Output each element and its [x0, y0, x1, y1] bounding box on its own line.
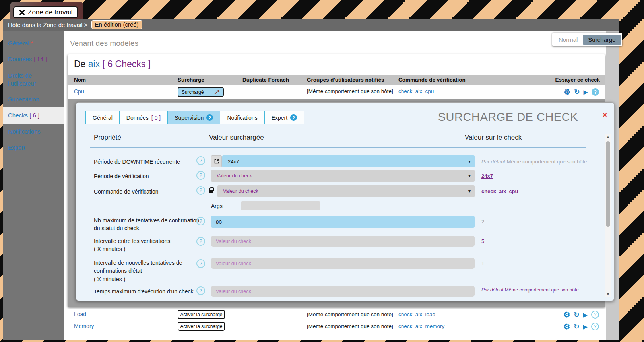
help-icon[interactable]: ?: [196, 156, 205, 165]
count-badge: 2: [290, 114, 297, 121]
close-icon[interactable]: ×: [603, 111, 607, 119]
table-row-memory: Memory Activer la surcharge [Même compor…: [68, 321, 605, 332]
brush-icon: [214, 89, 220, 95]
help-icon[interactable]: ?: [196, 217, 205, 225]
lock-icon: [209, 190, 213, 193]
notified-groups-value: [Même comportement que son hôte]: [307, 88, 393, 94]
col-header-duplicate-foreach: Duplicate Foreach: [242, 75, 289, 85]
gear-icon[interactable]: ⚙: [563, 311, 570, 319]
command-link-cpu[interactable]: check_aix_cpu: [398, 88, 434, 94]
help-icon[interactable]: ?: [591, 323, 599, 330]
retry-interval-input[interactable]: [211, 258, 475, 269]
toggle-surcharge[interactable]: Surcharge: [583, 35, 621, 45]
form-col-check-value: Valeur sur le check: [465, 134, 522, 142]
count-badge: 2: [206, 114, 213, 121]
tab-donnees[interactable]: Données[ 0 ]: [119, 111, 168, 124]
tab-expert[interactable]: Expert2: [264, 111, 304, 124]
sidebar-item-supervision[interactable]: Supervision: [3, 91, 64, 107]
play-icon[interactable]: ▶: [583, 89, 588, 95]
interval-input[interactable]: [211, 236, 475, 247]
panel-title: SURCHARGE DE CHECK: [438, 111, 578, 124]
form-col-overridden: Valeur surchargée: [209, 134, 264, 142]
tab-supervision[interactable]: Supervision2: [167, 111, 220, 124]
run-sync-icon[interactable]: ↻: [574, 89, 580, 95]
label-interval: Intervalle entre les vérifications ( X m…: [94, 237, 206, 253]
scroll-down-icon[interactable]: ▼: [605, 292, 611, 296]
check-link-load[interactable]: Load: [74, 311, 86, 317]
required-asterisk: *: [31, 40, 33, 47]
check-value-max-exec: Par défaut Même comportement que son hôt…: [481, 287, 579, 293]
gear-icon[interactable]: ⚙: [563, 323, 570, 330]
check-link-cpu[interactable]: Cpu: [74, 88, 84, 95]
help-icon[interactable]: ?: [196, 237, 205, 246]
downtime-select[interactable]: 24x7 ▾: [222, 155, 475, 167]
checks-count: [ 6 Checks ]: [103, 59, 151, 69]
help-icon[interactable]: ?: [196, 286, 205, 295]
max-attempts-input[interactable]: [211, 216, 475, 228]
sidebar: Général * Données [ 14 ] Droits de l'uti…: [3, 31, 64, 340]
breadcrumb-bar: Hôte dans la Zone de travail > En éditio…: [3, 19, 619, 31]
scrollbar-thumb[interactable]: [606, 141, 610, 227]
check-value-period-link[interactable]: 24x7: [481, 173, 493, 179]
col-header-surcharge: Surcharge: [178, 75, 204, 85]
help-icon[interactable]: ?: [591, 311, 599, 319]
command-select[interactable]: Valeur du check ▾: [217, 185, 475, 197]
period-select[interactable]: Valeur du check ▾: [211, 170, 475, 182]
check-value-retry-interval: 1: [481, 260, 484, 266]
caret-down-icon: ▾: [468, 188, 471, 194]
panel-scrollbar[interactable]: ▲ ▼: [605, 134, 611, 297]
activer-surcharge-button-memory[interactable]: Activer la surcharge: [178, 322, 225, 331]
args-input[interactable]: [241, 201, 320, 210]
col-header-groupes: Groupes d'utilisateurs notifiés: [307, 75, 384, 85]
tab-general[interactable]: Général: [85, 111, 120, 124]
sidebar-item-general[interactable]: Général *: [3, 35, 64, 51]
label-max-exec: Temps maximum d'exécution d'un check: [94, 288, 206, 295]
workspace-tab[interactable]: Zone de travail: [13, 6, 78, 18]
row-actions-memory: ⚙ ↻ ▶ ?: [563, 323, 599, 330]
run-sync-icon[interactable]: ↻: [574, 323, 579, 330]
label-command: Commande de vérification: [94, 188, 206, 196]
surcharge-panel: Général Données[ 0 ] Supervision2 Notifi…: [76, 102, 615, 301]
label-args: Args: [211, 203, 223, 209]
surcharge-toggle-button[interactable]: Surchargé: [178, 87, 224, 97]
play-icon[interactable]: ▶: [583, 324, 588, 330]
check-value-command-link[interactable]: check_aix_cpu: [481, 188, 518, 194]
caret-down-icon: ▾: [468, 173, 471, 179]
run-sync-icon[interactable]: ↻: [574, 311, 579, 318]
label-max-attempts: Nb maximum de tentatives de confirmation…: [94, 216, 206, 233]
table-header-row: Nom Surcharge Duplicate Foreach Groupes …: [68, 75, 605, 85]
play-icon[interactable]: ▶: [583, 312, 588, 318]
help-icon[interactable]: ?: [196, 171, 205, 180]
gear-icon[interactable]: ⚙: [564, 88, 570, 96]
sidebar-item-donnees[interactable]: Données [ 14 ]: [3, 51, 64, 67]
tools-icon: [19, 9, 25, 16]
col-header-nom: Nom: [74, 75, 86, 85]
scroll-up-icon[interactable]: ▲: [605, 135, 611, 139]
help-icon[interactable]: ?: [196, 259, 205, 268]
form-col-property: Propriété: [94, 134, 121, 142]
view-mode-toggle: Normal Surcharge: [552, 33, 622, 46]
sidebar-item-checks[interactable]: Checks [ 6 ]: [3, 107, 64, 123]
command-link-load[interactable]: check_aix_load: [398, 311, 435, 317]
sidebar-item-expert[interactable]: Expert: [3, 140, 64, 155]
check-link-memory[interactable]: Memory: [74, 323, 94, 329]
help-icon[interactable]: ?: [196, 186, 205, 195]
external-link-icon[interactable]: [211, 155, 222, 167]
section-divider: [70, 49, 618, 49]
label-retry-interval: Intervalle de nouvelles tentatives de co…: [94, 259, 206, 283]
sidebar-item-droits[interactable]: Droits de l'utilisateur: [3, 68, 64, 92]
form-divider: [90, 147, 586, 148]
section-title: Venant des modèles: [70, 39, 138, 48]
tab-notifications[interactable]: Notifications: [220, 111, 264, 124]
edit-status-badge: En édition (créé): [91, 20, 142, 29]
activer-surcharge-button-load[interactable]: Activer la surcharge: [178, 310, 225, 319]
row-actions-cpu: ⚙ ↻ ▶ ?: [564, 88, 599, 96]
command-link-memory[interactable]: check_aix_memory: [398, 323, 444, 329]
model-name-link[interactable]: aix: [88, 59, 100, 69]
toggle-normal[interactable]: Normal: [553, 35, 583, 45]
sidebar-item-notifications[interactable]: Notifications: [3, 124, 64, 140]
max-exec-input[interactable]: [211, 286, 475, 297]
help-icon[interactable]: ?: [592, 88, 599, 96]
table-row-cpu: Cpu Surchargé [Même comportement que son…: [68, 85, 605, 99]
panel-tabs: Général Données[ 0 ] Supervision2 Notifi…: [86, 111, 304, 124]
